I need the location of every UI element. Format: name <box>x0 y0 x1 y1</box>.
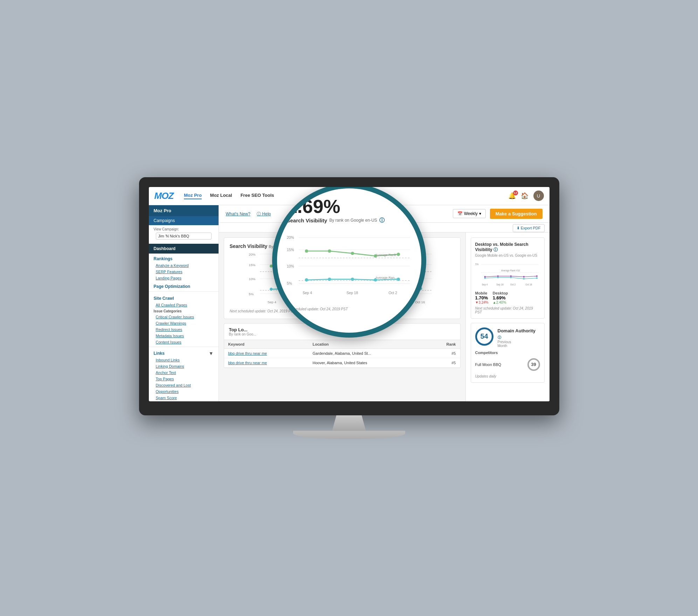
header-left: What's New? ⓘ Help <box>226 210 271 217</box>
table-cell-rank-2: #5 <box>428 358 460 367</box>
magnify-percentage: 1.69% <box>287 197 412 216</box>
svg-text:5%: 5% <box>287 282 292 285</box>
sidebar-item-critical-crawler-issues[interactable]: Critical Crawler Issues <box>149 314 219 320</box>
nav-link-free-seo[interactable]: Free SEO Tools <box>241 193 274 199</box>
sidebar-dashboard[interactable]: Dashboard <box>149 244 219 254</box>
sidebar-item-inbound-links[interactable]: Inbound Links <box>149 357 219 363</box>
top-locations-table: Keyword Location Rank bbq drive thru nea… <box>224 340 460 368</box>
competitor-row: Full Moon BBQ 39 <box>475 357 540 372</box>
svg-point-65 <box>396 277 400 281</box>
table-cell-keyword-2[interactable]: bbq drive thru near me <box>224 358 309 367</box>
notifications-button[interactable]: 🔔 12 <box>508 192 516 200</box>
mobile-label: Mobile <box>475 291 489 295</box>
svg-text:Sep 4: Sep 4 <box>267 300 276 304</box>
svg-text:Oct 2: Oct 2 <box>388 291 397 295</box>
svg-point-37 <box>484 276 486 278</box>
moz-logo: MOZ <box>154 191 174 201</box>
nav-link-moz-pro[interactable]: Moz Pro <box>184 193 202 199</box>
svg-point-40 <box>523 276 525 278</box>
campaign-selector[interactable] <box>156 233 212 240</box>
monitor-base <box>293 431 405 439</box>
right-panel: Desktop vs. Mobile Search Visibility ⓘ G… <box>465 233 550 401</box>
da-label: Domain Authority ⓘ <box>498 328 536 340</box>
svg-text:Oct 16: Oct 16 <box>415 300 425 304</box>
svg-text:20%: 20% <box>249 252 256 256</box>
table-header-row: Keyword Location Rank <box>224 340 460 349</box>
da-competitors-label: Competitors <box>475 351 540 355</box>
svg-point-58 <box>351 251 354 255</box>
table-row: bbq drive thru near me Gardendale, Alaba… <box>224 348 460 358</box>
magnify-label: Search Visibility By rank on Google en-U… <box>287 217 412 224</box>
sidebar-item-spam-score[interactable]: Spam Score <box>149 395 219 401</box>
sidebar-campaigns[interactable]: Campaigns <box>149 216 219 225</box>
sidebar-moz-pro: Moz Pro <box>149 205 219 216</box>
magnify-content: 1.69% Search Visibility By rank on Googl… <box>277 188 421 319</box>
make-suggestion-button[interactable]: Make a Suggestion <box>490 209 542 219</box>
table-cell-location-2: Hoover, Alabama, United States <box>309 358 428 367</box>
nav-link-moz-local[interactable]: Moz Local <box>210 193 232 199</box>
desktop-label: Desktop <box>493 291 508 295</box>
dm-subtitle: Google Mobile en-US vs. Google en-US <box>475 254 540 257</box>
sidebar-item-analyze-keyword[interactable]: Analyze a Keyword <box>149 262 219 269</box>
svg-text:5%: 5% <box>475 263 479 265</box>
svg-point-41 <box>536 275 538 277</box>
sidebar-item-redirect-issues[interactable]: Redirect Issues <box>149 326 219 333</box>
help-link[interactable]: ⓘ Help <box>257 212 271 216</box>
svg-point-62 <box>328 277 331 281</box>
svg-text:Average Rank #10: Average Rank #10 <box>501 269 520 272</box>
magnify-title: Search Visibility <box>287 217 327 223</box>
sidebar-item-opportunities[interactable]: Opportunities <box>149 388 219 395</box>
domain-authority-card: 54 Domain Authority ⓘ PreviousMonth <box>471 323 545 383</box>
sidebar-section-site-crawl[interactable]: Site Crawl <box>149 293 219 302</box>
svg-point-61 <box>305 278 308 281</box>
export-pdf-button[interactable]: ⬇ Export PDF <box>513 224 545 232</box>
sidebar-item-discovered-and-lost[interactable]: Discovered and Lost <box>149 382 219 388</box>
magnify-footer: xt scheduled update: Oct 24, 2019 PST <box>287 307 412 311</box>
svg-text:Oct 16: Oct 16 <box>525 283 532 286</box>
whats-new-link[interactable]: What's New? <box>226 212 250 216</box>
dm-info-icon[interactable]: ⓘ <box>493 247 498 252</box>
svg-text:10%: 10% <box>287 264 294 268</box>
sidebar-links-collapse[interactable]: ▼ <box>209 351 214 356</box>
desktop-stat: Desktop 1.69% ▲2.40% <box>493 291 508 304</box>
sidebar-section-links: Links ▼ <box>149 348 219 357</box>
weekly-button[interactable]: 📅 Weekly ▾ <box>453 209 486 218</box>
sidebar-section-rankings[interactable]: Rankings <box>149 254 219 262</box>
home-button[interactable]: 🏠 <box>521 192 528 200</box>
sidebar-item-serp-features[interactable]: SERP Features <box>149 269 219 275</box>
dm-footer: Next scheduled update: Oct 24, 2019 PST <box>475 306 540 314</box>
desktop-delta: ▲2.40% <box>493 300 508 304</box>
da-info-icon[interactable]: ⓘ <box>498 335 501 339</box>
sidebar-item-anchor-text[interactable]: Anchor Text <box>149 369 219 376</box>
table-cell-keyword-1[interactable]: bbq drive thru near me <box>224 348 309 358</box>
svg-point-16 <box>270 288 273 291</box>
sidebar-item-crawler-warnings[interactable]: Crawler Warnings <box>149 320 219 326</box>
monitor-neck <box>328 415 370 431</box>
dm-chart: 5% Average Rank #10 <box>475 260 540 288</box>
sidebar-item-top-pages[interactable]: Top Pages <box>149 376 219 382</box>
magnify-overlay: 1.69% Search Visibility By rank on Googl… <box>272 187 426 338</box>
table-cell-rank-1: #5 <box>428 348 460 358</box>
sidebar-section-page-optimization[interactable]: Page Optimization <box>149 281 219 290</box>
sidebar-item-landing-pages[interactable]: Landing Pages <box>149 275 219 281</box>
svg-text:15%: 15% <box>249 263 256 267</box>
sidebar-links-label[interactable]: Links <box>154 351 165 356</box>
col-location: Location <box>309 340 428 349</box>
avatar[interactable]: U <box>533 191 544 201</box>
magnify-info-icon[interactable]: ⓘ <box>379 217 385 224</box>
dm-title: Desktop vs. Mobile Search Visibility ⓘ <box>475 242 540 253</box>
svg-point-60 <box>396 252 400 256</box>
svg-text:20%: 20% <box>287 236 294 240</box>
sidebar-item-content-issues[interactable]: Content Issues <box>149 339 219 345</box>
svg-text:Sep 4: Sep 4 <box>302 291 312 295</box>
sidebar-item-all-crawled-pages[interactable]: All Crawled Pages <box>149 302 219 308</box>
sidebar-item-linking-domains[interactable]: Linking Domains <box>149 363 219 369</box>
da-header: 54 Domain Authority ⓘ PreviousMonth <box>475 327 540 348</box>
sidebar-item-metadata-issues[interactable]: Metadata Issues <box>149 333 219 339</box>
svg-text:Sep 18: Sep 18 <box>496 283 504 286</box>
top-nav-right: 🔔 12 🏠 U <box>508 191 544 201</box>
da-updates: Updates daily <box>475 374 540 378</box>
svg-point-56 <box>305 249 308 252</box>
competitor-score-circle: 39 <box>527 358 540 371</box>
desktop-mobile-card: Desktop vs. Mobile Search Visibility ⓘ G… <box>471 237 545 319</box>
